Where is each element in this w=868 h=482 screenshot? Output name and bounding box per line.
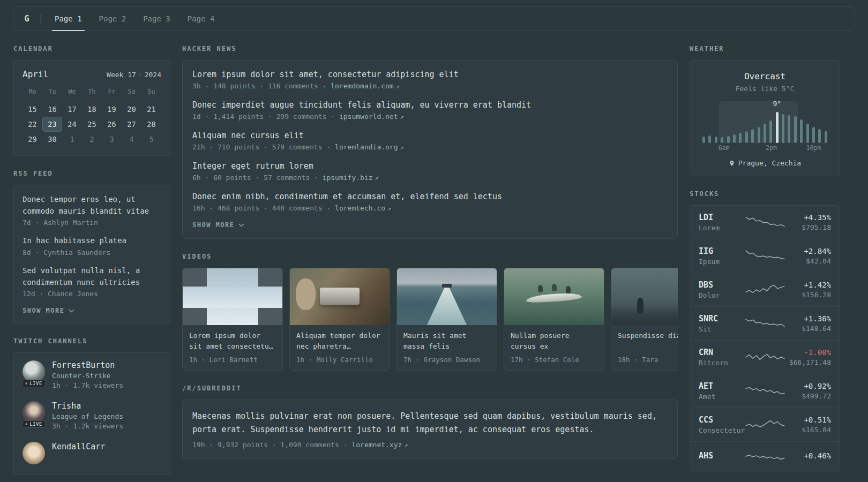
tab-page-2[interactable]: Page 2 (91, 7, 135, 31)
hn-story-domain-link[interactable]: loremlandia.org↗ (335, 143, 404, 151)
video-thumbnail[interactable] (397, 268, 497, 325)
tab-page-3[interactable]: Page 3 (134, 7, 179, 31)
video-title[interactable]: Lorem ipsum dolor sit amet consectetu… (189, 330, 276, 352)
calendar-month: April (23, 69, 48, 79)
live-badge-label: LIVE (29, 381, 42, 386)
calendar-weekday: Tu (42, 88, 62, 102)
hn-story-title[interactable]: Aliquam nec cursus elit (192, 131, 668, 140)
section-title-subreddit: /R/SUBREDDIT (182, 385, 678, 392)
tab-page-1[interactable]: Page 1 (46, 7, 91, 31)
channel-avatar[interactable]: LIVE (23, 360, 45, 385)
hn-story-domain-link[interactable]: ipsumworld.net↗ (339, 112, 404, 120)
hn-story-meta: 16h · 468 points · 440 comments · loremt… (192, 204, 668, 212)
hn-story-title[interactable]: Donec imperdiet augue tincidunt felis al… (192, 100, 668, 110)
rss-item-meta: 12d · Chance Jones (23, 290, 161, 298)
stock-row[interactable]: CRN Bitcorn -1.00% $66,171.48 (690, 340, 840, 374)
section-title-weather: WEATHER (690, 45, 840, 52)
channel-game[interactable]: Counter-Strike (52, 372, 123, 380)
stock-row[interactable]: LDI Lorem +4.35% $795.18 (690, 206, 840, 239)
hn-story-title[interactable]: Donec enim nibh, condimentum et accumsan… (192, 192, 668, 201)
calendar-weekday: We (62, 88, 82, 102)
hn-story-title[interactable]: Lorem ipsum dolor sit amet, consectetur … (192, 70, 668, 79)
stock-sparkline (745, 350, 785, 365)
rss-card: Donec tempor eros leo, ut commodo mauris… (13, 185, 170, 323)
rss-item-title[interactable]: Sed volutpat nulla nisl, a condimentum n… (23, 265, 161, 288)
weather-feels-like: Feels like 5°C (699, 85, 831, 93)
calendar-day: 19 (102, 102, 122, 117)
stock-name: Sit (699, 325, 745, 333)
video-thumbnail[interactable] (504, 268, 604, 325)
subreddit-post-title[interactable]: Maecenas mollis pulvinar erat non posuer… (192, 410, 668, 436)
stock-symbol: SNRC (699, 314, 745, 323)
section-title-hackernews: HACKER NEWS (182, 45, 678, 52)
channel-game[interactable]: League of Legends (52, 412, 123, 420)
weather-widget: WEATHER Overcast Feels like 5°C 9° 6am2p… (690, 45, 840, 176)
twitch-channel-row: KendallCarr (23, 442, 161, 466)
video-thumbnail[interactable] (290, 268, 390, 325)
hn-story-title[interactable]: Integer eget rutrum lorem (192, 161, 668, 171)
middle-column: HACKER NEWS Lorem ipsum dolor sit amet, … (182, 31, 678, 459)
app-logo[interactable]: G (16, 14, 38, 24)
section-title-rss: RSS FEED (13, 170, 170, 177)
channel-name[interactable]: ForrestBurton (52, 360, 115, 370)
hn-story-meta: 3h · 148 points · 116 comments · loremdo… (192, 82, 668, 90)
stock-price: $156.28 (785, 291, 832, 299)
weather-time-label: 10pm (806, 144, 821, 152)
tab-page-4[interactable]: Page 4 (179, 7, 223, 31)
hackernews-widget: HACKER NEWS Lorem ipsum dolor sit amet, … (182, 45, 678, 239)
video-thumbnail[interactable] (611, 268, 678, 325)
rss-item-title[interactable]: In hac habitasse platea (23, 235, 161, 247)
video-strip: Lorem ipsum dolor sit amet consectetu… 1… (182, 268, 678, 371)
stock-row[interactable]: SNRC Sit +1.36% $148.64 (690, 306, 840, 340)
hn-story-domain-link[interactable]: loremdomain.com↗ (331, 82, 400, 90)
channel-avatar[interactable]: LIVE (23, 401, 45, 426)
show-more-button[interactable]: SHOW MORE (192, 221, 244, 229)
hn-story: Aliquam nec cursus elit 21h · 710 points… (192, 131, 668, 151)
dashboard-layout: CALENDAR April Week 17·2024 MoTuWeThFrSa… (0, 31, 868, 475)
stock-change: +1.36% (785, 314, 832, 323)
video-title[interactable]: Mauris sit amet massa felis (403, 330, 490, 352)
subreddit-post-stats: 19h · 9,932 points · 1,090 comments · (192, 441, 348, 449)
stock-row[interactable]: IIG Ipsum +2.84% $42.04 (690, 239, 840, 273)
stock-row[interactable]: CCS Consectetur +0.51% $165.84 (690, 408, 840, 441)
video-thumbnail[interactable] (183, 268, 282, 325)
weather-bar (818, 129, 821, 143)
channel-name[interactable]: Trisha (52, 401, 81, 411)
show-more-label: SHOW MORE (23, 307, 65, 314)
weather-bar (764, 124, 766, 143)
subreddit-post-domain-link[interactable]: loremnet.xyz↗ (351, 441, 408, 449)
stock-symbol: CCS (699, 415, 745, 425)
stock-row[interactable]: AHS +0.46% (690, 441, 840, 471)
show-more-button[interactable]: SHOW MORE (23, 307, 74, 314)
hn-story-meta: 21h · 710 points · 579 comments · loreml… (192, 143, 668, 151)
stock-change: +0.92% (785, 382, 832, 390)
video-card: Nullam posuere cursus ex 17h · Stefan Co… (504, 268, 604, 371)
calendar-week-label: Week 17·2024 (107, 71, 161, 79)
calendar-day: 18 (82, 102, 102, 117)
stock-symbol: AHS (699, 451, 745, 461)
calendar-weekday: Sa (122, 88, 141, 102)
stock-name: Bitcorn (699, 359, 745, 367)
stock-row[interactable]: DBS Dolor +1.42% $156.28 (690, 273, 840, 306)
live-badge: LIVE (22, 380, 46, 387)
video-title[interactable]: Suspendisse diam (618, 330, 678, 352)
video-title[interactable]: Nullam posuere cursus ex (511, 330, 597, 352)
rss-item-meta: 7d · Ashlyn Martin (23, 219, 161, 227)
header: G Page 1 Page 2 Page 3 Page 4 (13, 6, 855, 31)
calendar-day: 16 (42, 102, 62, 117)
stock-change: +1.42% (785, 281, 832, 289)
stock-id: IIG Ipsum (699, 246, 745, 266)
hn-story-domain-link[interactable]: loremtech.co↗ (335, 204, 391, 212)
hn-story: Integer eget rutrum lorem 6h · 60 points… (192, 161, 668, 182)
calendar-week: Week 17 (107, 71, 136, 79)
channel-name[interactable]: KendallCarr (52, 442, 105, 451)
channel-avatar[interactable] (23, 442, 45, 466)
weather-bar (733, 134, 736, 143)
hn-story-domain-link[interactable]: ipsumify.biz↗ (323, 174, 379, 182)
rss-item-title[interactable]: Donec tempor eros leo, ut commodo mauris… (23, 194, 161, 217)
stock-symbol: IIG (699, 246, 745, 256)
show-more-label: SHOW MORE (192, 221, 235, 229)
video-title[interactable]: Aliquam tempor dolor nec pharetra… (296, 330, 383, 352)
stock-row[interactable]: AET Amet +0.92% $499.72 (690, 374, 840, 408)
calendar-header: April Week 17·2024 (23, 69, 161, 79)
